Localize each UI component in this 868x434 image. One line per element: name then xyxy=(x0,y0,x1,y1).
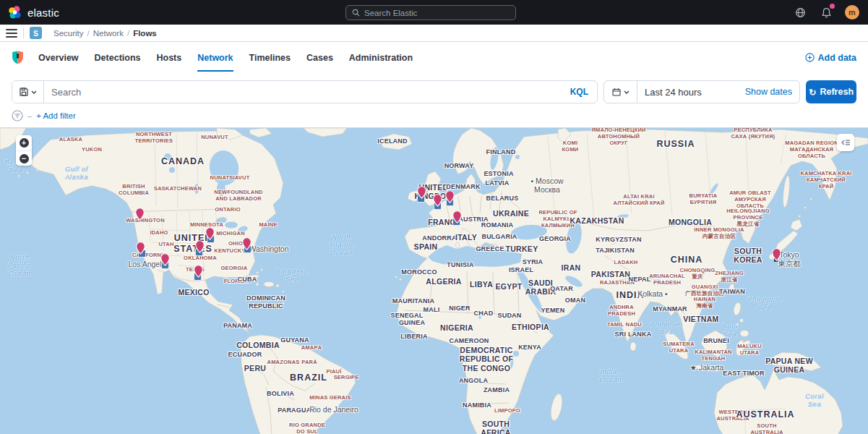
date-picker: Last 24 hours Show dates xyxy=(603,80,800,103)
map-legend-toggle[interactable] xyxy=(837,134,854,151)
map-label: BRUNEI xyxy=(703,337,729,345)
show-dates-link[interactable]: Show dates xyxy=(738,87,799,97)
map-label: NORWAY xyxy=(444,162,474,170)
map-pin-marker[interactable] xyxy=(195,240,205,256)
kql-language-button[interactable]: KQL xyxy=(562,87,597,97)
zoom-in-button[interactable]: + xyxy=(16,135,32,150)
map-label: SUMATERA UTARA xyxy=(663,341,695,354)
map-pin-marker[interactable] xyxy=(194,265,203,281)
tab-detections[interactable]: Detections xyxy=(95,44,141,72)
tab-cases[interactable]: Cases xyxy=(306,44,333,72)
map-label: AUSTRALIA xyxy=(736,409,794,420)
add-data-button[interactable]: Add data xyxy=(805,53,856,63)
zoom-out-button[interactable]: − xyxy=(16,150,32,166)
tab-timelines[interactable]: Timelines xyxy=(249,44,291,72)
map-label: LIBERIA xyxy=(400,333,427,341)
search-icon xyxy=(352,9,360,17)
refresh-button[interactable]: ↻ Refresh xyxy=(806,80,856,103)
map-label: GUYANA xyxy=(280,336,309,344)
map-label: IRAN xyxy=(562,263,581,272)
map-label: ALTAI KRAI АЛТАЙСКИЙ КРАЙ xyxy=(613,194,664,207)
map-label: RUSSIA xyxy=(656,139,695,150)
add-filter-link[interactable]: + Add filter xyxy=(36,111,76,120)
map-pin-marker[interactable] xyxy=(433,194,442,210)
map-label: PIAUÍ xyxy=(326,369,341,375)
breadcrumb-network[interactable]: Network xyxy=(93,29,124,38)
security-solution-icon xyxy=(12,51,24,64)
map-label: North Atlantic Ocean xyxy=(328,233,354,258)
map-label: OHIO xyxy=(228,241,243,247)
tab-overview[interactable]: Overview xyxy=(38,44,79,72)
map-label: SAUDI ARABIA xyxy=(525,278,557,297)
map-label: YEMEN xyxy=(541,307,564,315)
map-label: MALUKU UTARA xyxy=(737,344,762,357)
global-search[interactable] xyxy=(345,5,516,20)
map-label: EAST TIMOR xyxy=(723,370,765,378)
map-label: NORTHWEST TERRITORIES xyxy=(135,132,173,145)
elastic-logo[interactable]: elastic xyxy=(9,6,59,19)
map-label: COLOMBIA xyxy=(236,341,280,349)
filter-icon[interactable] xyxy=(12,110,23,122)
map-label: PAPUA NEW GUINEA xyxy=(765,357,813,375)
divider xyxy=(23,27,24,39)
map-label: VIETNAM xyxy=(683,315,718,323)
map-label: EGYPT xyxy=(495,282,522,291)
map-label: SERGIPE xyxy=(334,375,359,381)
saved-query-button[interactable] xyxy=(12,81,44,103)
calendar-button[interactable] xyxy=(604,81,637,103)
map-label: DENMARK xyxy=(446,183,480,191)
map-label: ANDORRA xyxy=(422,234,456,242)
flows-map[interactable]: ALASKAYUKONNORTHWEST TERRITORIESNUNAVUTC… xyxy=(0,127,868,434)
map-pin-marker[interactable] xyxy=(160,253,170,269)
map-label: ANGOLA xyxy=(459,377,488,385)
map-label: NUNAVUT xyxy=(201,135,228,141)
map-label: MALI xyxy=(424,306,440,314)
map-pin-marker[interactable] xyxy=(242,237,252,253)
kql-search-input[interactable] xyxy=(44,87,562,98)
map-pin-marker[interactable] xyxy=(417,186,426,202)
breadcrumb-security[interactable]: Security xyxy=(53,29,84,38)
tab-network[interactable]: Network xyxy=(197,44,233,72)
map-label: TAMIL NADU xyxy=(607,322,642,328)
map-label: ETHIOPIA xyxy=(512,323,549,331)
map-label: UKRAINE xyxy=(493,209,529,218)
solution-tabs: Overview Detections Hosts Network Timeli… xyxy=(38,44,413,72)
map-label: MINAS GERAIS xyxy=(309,395,351,401)
map-pin-marker[interactable] xyxy=(445,190,455,206)
global-search-input[interactable] xyxy=(364,9,510,17)
map-label: SPAIN xyxy=(414,242,438,251)
map-label: BELARUS xyxy=(486,195,519,203)
map-label: Gulf of Alaska xyxy=(65,165,88,181)
breadcrumb-separator: / xyxy=(127,29,129,38)
tab-hosts[interactable]: Hosts xyxy=(157,44,182,72)
map-label: MAURITANIA xyxy=(392,297,434,305)
tab-administration[interactable]: Administration xyxy=(349,44,413,72)
map-pin-marker[interactable] xyxy=(135,208,145,224)
map-label: North Pacific Ocean xyxy=(8,253,31,278)
map-pin-marker[interactable] xyxy=(772,248,781,264)
breadcrumb: Security / Network / Flows xyxy=(53,29,157,38)
timerange-value[interactable]: Last 24 hours xyxy=(637,87,738,98)
map-label: CANADA xyxy=(161,156,205,167)
map-label: SOUTH AUSTRALIA xyxy=(750,423,783,434)
map-pin-marker[interactable] xyxy=(205,227,215,243)
notifications-icon[interactable] xyxy=(819,5,833,20)
map-label: ECUADOR xyxy=(228,351,262,359)
security-app-badge[interactable]: S xyxy=(30,27,42,39)
map-label: KENYA xyxy=(518,344,541,352)
avatar[interactable]: m xyxy=(845,5,859,20)
map-label: DOMINICAN REPUBLIC xyxy=(246,294,285,310)
map-label: SOUTH AFRICA xyxy=(481,420,510,434)
map-label: NIGER xyxy=(449,305,470,312)
map-label: YUKON xyxy=(82,147,102,153)
map-pin-marker[interactable] xyxy=(136,242,145,258)
map-label: Kolkata ▪ xyxy=(637,289,668,298)
map-pin-marker[interactable] xyxy=(452,210,462,226)
map-label: SRI LANKA xyxy=(615,331,652,339)
map-label: OMAN xyxy=(565,297,585,305)
map-label: DEMOCRATIC REPUBLIC OF THE CONGO xyxy=(460,346,513,373)
map-label: ESTONIA xyxy=(484,170,513,178)
menu-icon[interactable] xyxy=(6,29,17,38)
map-label: HEILONGJIANG PROVINCE 黑龙江省 xyxy=(726,208,770,228)
deployments-icon[interactable] xyxy=(793,5,807,20)
